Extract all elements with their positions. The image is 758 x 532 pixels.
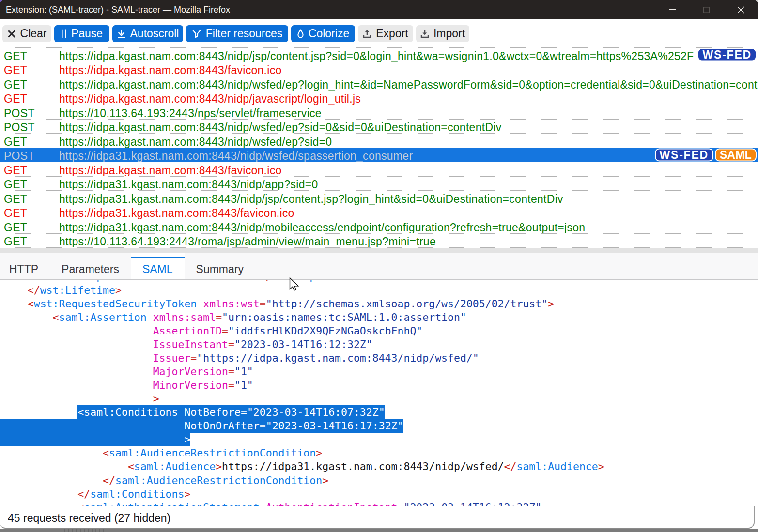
- request-list-hscrollbar[interactable]: [0, 248, 758, 253]
- status-text: 45 requests received (27 hidden): [8, 511, 170, 524]
- request-row[interactable]: GEThttps://idpa.kgast.nam.com:8443/nidp/…: [0, 48, 758, 62]
- window-title: Extension: (SAML-tracer) - SAML-tracer —…: [6, 5, 230, 15]
- request-row[interactable]: GEThttps://idpa31.kgast.nam.com:8443/nid…: [0, 177, 758, 191]
- detail-tabbar: HTTPParametersSAMLSummary: [0, 253, 758, 280]
- colorize-icon: [297, 29, 304, 38]
- request-method: POST: [4, 107, 35, 119]
- request-method: GET: [4, 93, 27, 105]
- pause-button-label: Pause: [71, 27, 103, 40]
- request-row[interactable]: POSThttps://idpa.kgast.nam.com:8443/nidp…: [0, 120, 758, 134]
- statusbar: 45 requests received (27 hidden): [0, 506, 755, 529]
- tab-http[interactable]: HTTP: [0, 253, 50, 279]
- filter-button[interactable]: Filter resources: [186, 25, 288, 42]
- request-url: https://10.113.64.193:2443/roma/jsp/admi…: [59, 236, 436, 247]
- wsfed-badge: WS-FED: [655, 148, 714, 161]
- request-row[interactable]: GEThttps://idpa.kgast.nam.com:8443/favic…: [0, 62, 758, 77]
- autoscroll-icon: [117, 29, 126, 39]
- request-url: https://idpa31.kgast.nam.com:8443/nidp/a…: [59, 179, 318, 190]
- request-url: https://idpa.kgast.nam.com:8443/favicon.…: [59, 165, 282, 176]
- clipped-text-marks: [64, 529, 106, 532]
- colorize-button-label: Colorize: [309, 27, 349, 40]
- window-bottom-edge: [0, 529, 758, 532]
- close-icon: [737, 6, 744, 14]
- request-url: https://10.113.64.193:2443/nps/servlet/f…: [59, 107, 322, 119]
- saml-xml-content[interactable]: <wsu:Expires>2023-03-14T16:17:32Z</wsu:E…: [0, 280, 758, 515]
- request-method: GET: [4, 79, 27, 91]
- tab-parameters[interactable]: Parameters: [50, 253, 131, 279]
- autoscroll-button[interactable]: Autoscroll: [112, 25, 183, 42]
- close-button[interactable]: [729, 0, 752, 19]
- request-row[interactable]: POSThttps://10.113.64.193:2443/nps/servl…: [0, 105, 758, 120]
- request-url: https://idpa31.kgast.nam.com:8443/nidp/w…: [59, 150, 413, 162]
- request-url: https://idpa31.kgast.nam.com:8443/favico…: [59, 207, 294, 219]
- maximize-icon: [703, 7, 710, 13]
- tab-saml[interactable]: SAML: [131, 253, 185, 279]
- request-method: GET: [4, 193, 27, 205]
- titlebar: Extension: (SAML-tracer) - SAML-tracer —…: [0, 0, 758, 19]
- request-row[interactable]: GEThttps://idpa31.kgast.nam.com:8443/nid…: [0, 191, 758, 205]
- filter-button-label: Filter resources: [206, 27, 282, 40]
- request-method: GET: [4, 165, 27, 176]
- pause-button[interactable]: Pause: [54, 25, 109, 42]
- request-method: GET: [4, 50, 27, 62]
- request-row[interactable]: POSThttps://idpa31.kgast.nam.com:8443/ni…: [0, 148, 758, 163]
- request-row[interactable]: GEThttps://idpa.kgast.nam.com:8443/nidp/…: [0, 76, 758, 91]
- toolbar: ClearPauseAutoscrollFilter resourcesColo…: [0, 19, 758, 47]
- request-row[interactable]: GEThttps://10.113.64.193:2443/roma/jsp/a…: [0, 234, 758, 248]
- request-url: https://idpa.kgast.nam.com:8443/nidp/jsp…: [59, 50, 694, 62]
- autoscroll-button-label: Autoscroll: [130, 27, 179, 40]
- saml-xml-pane: <wsu:Expires>2023-03-14T16:17:32Z</wsu:E…: [0, 280, 758, 532]
- request-url: https://idpa31.kgast.nam.com:8443/nidp/j…: [59, 193, 563, 205]
- filter-icon: [192, 29, 201, 38]
- export-icon: [363, 29, 371, 38]
- request-method: GET: [4, 179, 27, 190]
- request-row[interactable]: GEThttps://idpa.kgast.nam.com:8443/favic…: [0, 162, 758, 177]
- request-url: https://idpa31.kgast.nam.com:8443/nidp/m…: [59, 222, 585, 233]
- request-url: https://idpa.kgast.nam.com:8443/nidp/jav…: [59, 93, 361, 105]
- request-method: GET: [4, 136, 27, 148]
- tab-summary[interactable]: Summary: [185, 253, 255, 279]
- request-method: POST: [4, 150, 35, 162]
- request-method: GET: [4, 236, 27, 247]
- saml-badge: SAML: [715, 148, 757, 161]
- colorize-button[interactable]: Colorize: [291, 25, 355, 42]
- request-badges: WS-FED: [697, 48, 757, 61]
- maximize-button[interactable]: [695, 0, 717, 19]
- mouse-cursor: [289, 277, 302, 293]
- export-button-label: Export: [376, 27, 408, 40]
- clear-button-label: Clear: [20, 27, 47, 40]
- export-button[interactable]: Export: [358, 25, 413, 42]
- clear-icon: [7, 30, 16, 38]
- request-method: POST: [4, 122, 35, 133]
- request-method: GET: [4, 222, 27, 233]
- request-badges: WS-FEDSAML: [655, 148, 757, 161]
- minimize-button[interactable]: [662, 0, 684, 19]
- request-method: GET: [4, 207, 27, 219]
- pause-icon: [61, 29, 67, 38]
- import-button-label: Import: [433, 27, 465, 40]
- request-url: https://idpa.kgast.nam.com:8443/favicon.…: [59, 64, 282, 76]
- request-url: https://idpa.kgast.nam.com:8443/nidp/wsf…: [59, 79, 758, 91]
- import-button[interactable]: Import: [416, 25, 469, 42]
- request-url: https://idpa.kgast.nam.com:8443/nidp/wsf…: [59, 136, 332, 148]
- clear-button[interactable]: Clear: [2, 25, 51, 42]
- request-list: GEThttps://idpa.kgast.nam.com:8443/nidp/…: [0, 47, 758, 248]
- request-method: GET: [4, 64, 27, 76]
- request-row[interactable]: GEThttps://idpa31.kgast.nam.com:8443/nid…: [0, 219, 758, 234]
- import-icon: [420, 29, 429, 38]
- request-url: https://idpa.kgast.nam.com:8443/nidp/wsf…: [59, 122, 501, 133]
- request-row[interactable]: GEThttps://idpa.kgast.nam.com:8443/nidp/…: [0, 134, 758, 148]
- minimize-icon: [669, 9, 676, 10]
- request-row[interactable]: GEThttps://idpa31.kgast.nam.com:8443/fav…: [0, 205, 758, 220]
- request-row[interactable]: GEThttps://idpa.kgast.nam.com:8443/nidp/…: [0, 91, 758, 106]
- wsfed-badge: WS-FED: [697, 48, 757, 61]
